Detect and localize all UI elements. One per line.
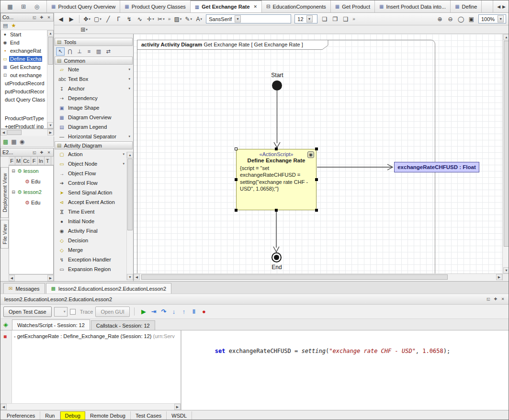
selection-handle[interactable] bbox=[235, 148, 238, 150]
bottom-tab[interactable]: ✉ Messages bbox=[3, 283, 45, 294]
script-editor[interactable]: set exchangeRateCHFUSD = setting("exchan… bbox=[182, 330, 509, 410]
zoom-out-icon[interactable]: ⊖ bbox=[445, 14, 455, 24]
test-case-select[interactable]: ▾ bbox=[54, 307, 68, 317]
step-into-icon[interactable]: ↓ bbox=[169, 307, 179, 317]
status-tab[interactable]: Preferences bbox=[2, 411, 40, 420]
palette-item[interactable]: — Horizontal Separator ▾ bbox=[54, 132, 133, 141]
containment-panel-header[interactable]: Co... ◱✚✕ bbox=[0, 13, 54, 22]
run-to-cursor-icon[interactable]: ⇥ bbox=[149, 307, 158, 317]
scroll-left-icon[interactable]: ◀ bbox=[9, 275, 15, 281]
scrollbar-thumb[interactable] bbox=[141, 274, 448, 280]
containment-tree-item[interactable]: ▭ Define Excha bbox=[1, 55, 53, 63]
scroll-tabs-left-icon[interactable]: ◀ bbox=[497, 4, 500, 9]
status-tab[interactable]: Run bbox=[40, 411, 60, 420]
e2e-tree-item[interactable]: ⊟ ⚙ lesson bbox=[9, 166, 53, 176]
layout-tool-icon[interactable]: ⊥ bbox=[75, 47, 84, 56]
status-tab[interactable]: Debug bbox=[60, 411, 85, 420]
selection-handle[interactable] bbox=[275, 148, 278, 150]
palette-item[interactable]: ▣ Image Shape bbox=[54, 103, 133, 113]
zoom-reset-icon[interactable]: ◯ bbox=[456, 14, 466, 24]
document-tab[interactable]: ▦ Define bbox=[451, 0, 482, 12]
scroll-up-icon[interactable]: ▲ bbox=[127, 152, 133, 158]
bottom-tab[interactable]: ▩ lesson2.EducationLesson2.EducationLess… bbox=[46, 283, 172, 294]
palette-item[interactable]: ➤ Send Signal Action bbox=[54, 188, 133, 197]
align-tool-icon[interactable]: ≡ bbox=[85, 47, 93, 56]
containment-tree[interactable]: ● Start ◉ End ▪ exchangeRat ▭ bbox=[0, 30, 54, 129]
palette-item[interactable]: ⋈ Time Event bbox=[54, 207, 133, 216]
debugger-tab[interactable]: Callstack - Session: 12 bbox=[91, 320, 155, 330]
kill-session-icon[interactable]: ● bbox=[199, 307, 209, 317]
scroll-right-icon[interactable]: ▶ bbox=[496, 274, 502, 280]
curved-path-icon[interactable]: ∿ bbox=[135, 14, 145, 24]
palette-item[interactable]: abc Text Box ▾ bbox=[54, 74, 133, 84]
palette-item[interactable]: ▭ Expansion Region bbox=[54, 264, 133, 274]
watches-hscrollbar[interactable]: ◀ ▶ bbox=[0, 403, 181, 410]
diagram-layout-icon[interactable]: ⊞ ▾ bbox=[79, 26, 89, 34]
scrollbar-thumb[interactable] bbox=[7, 130, 22, 135]
script-code-line[interactable]: set exchangeRateCHFUSD = setting("exchan… bbox=[187, 334, 505, 354]
selection-handle[interactable] bbox=[315, 178, 318, 181]
palette-item[interactable]: ▱ Note ▾ bbox=[54, 65, 133, 74]
expander-icon[interactable]: ⊟ bbox=[11, 169, 16, 173]
forward-icon[interactable]: ▶ bbox=[67, 14, 77, 24]
float-panel-icon[interactable]: ◱ bbox=[32, 14, 37, 20]
tree-options-icon[interactable]: ▤ bbox=[3, 23, 8, 29]
palette-header-activity-diagram[interactable]: ▤ Activity Diagram bbox=[55, 141, 133, 149]
scroll-right-icon[interactable]: ▶ bbox=[47, 129, 54, 136]
scroll-up-icon[interactable]: ▲ bbox=[47, 30, 54, 36]
window-layout-icon[interactable]: ▦ bbox=[5, 2, 15, 11]
scroll-left-icon[interactable]: ◀ bbox=[134, 274, 140, 280]
dropdown-arrow-icon[interactable]: ▾ bbox=[128, 87, 130, 91]
e2e-view-tab[interactable]: Cc bbox=[22, 157, 31, 165]
scrollbar-thumb[interactable] bbox=[504, 41, 509, 247]
e2e-view-tab[interactable]: F bbox=[31, 157, 38, 165]
e2e-view-tab[interactable]: F bbox=[9, 157, 15, 165]
tab-deployment-view[interactable]: Deployment View bbox=[0, 167, 9, 218]
containment-scrollbar[interactable]: ▲ ▼ bbox=[47, 30, 53, 128]
document-tab[interactable]: ⊟ EducationComponents bbox=[262, 0, 331, 12]
visibility-icon[interactable]: ◉ bbox=[20, 138, 24, 145]
zoom-selection-icon[interactable]: ▣ bbox=[466, 14, 476, 24]
diagram-canvas[interactable]: activity Activity Diagram Get Exchange R… bbox=[134, 34, 502, 273]
dropdown-arrow-icon[interactable]: ▾ bbox=[306, 15, 313, 23]
scrollbar-thumb[interactable] bbox=[48, 37, 53, 65]
trace-links-icon[interactable]: ⇄ bbox=[104, 47, 113, 56]
dropdown-arrow-icon[interactable]: ▾ bbox=[128, 68, 130, 71]
debugger-panel-header[interactable]: lesson2.EducationLesson2.EducationLesson… bbox=[0, 294, 509, 305]
palette-header-tools[interactable]: ▤ Tools bbox=[55, 38, 133, 46]
activity-final-node[interactable] bbox=[271, 252, 282, 262]
open-test-case-button[interactable]: Open Test Case bbox=[3, 306, 52, 317]
document-tab[interactable]: ▦ Insert Product Data into... bbox=[375, 0, 451, 12]
close-panel-icon[interactable]: ✕ bbox=[500, 296, 506, 302]
palette-item[interactable]: ▭ Object Node ▾ bbox=[54, 159, 133, 169]
palette-item[interactable]: ➔ Control Flow bbox=[54, 178, 133, 188]
palette-item[interactable]: ▦ Diagram Overview bbox=[54, 113, 133, 122]
containment-tree-item[interactable]: ▦ Get Exchang bbox=[1, 63, 53, 71]
selection-handle[interactable] bbox=[235, 209, 238, 212]
pin-panel-icon[interactable]: ✚ bbox=[39, 14, 45, 20]
trace-checkbox[interactable] bbox=[70, 309, 76, 315]
scroll-right-icon[interactable]: ▶ bbox=[47, 275, 54, 281]
document-tab[interactable]: ▦ Get Product bbox=[331, 0, 375, 12]
containment-tree-item[interactable]: ◉ End bbox=[1, 38, 53, 46]
containment-tree-item[interactable]: ▪ exchangeRat bbox=[1, 46, 53, 55]
scroll-down-icon[interactable]: ▼ bbox=[47, 122, 54, 128]
containment-tree-item[interactable]: ⊡ out exchange bbox=[1, 71, 53, 79]
e2e-view-tab[interactable]: T bbox=[45, 157, 51, 165]
scroll-right-icon[interactable]: ▶ bbox=[174, 404, 181, 410]
paste-reference-icon[interactable]: ❐ bbox=[330, 14, 340, 24]
font-size-select[interactable]: 12 ▾ bbox=[294, 14, 317, 23]
scroll-tabs-right-icon[interactable]: ▶ bbox=[502, 4, 506, 9]
select-tool-icon[interactable]: ↖ bbox=[56, 47, 65, 56]
document-tab[interactable]: ▦ Product Query Classes bbox=[120, 0, 191, 12]
status-tab[interactable]: Test Cases bbox=[131, 411, 167, 420]
palette-item[interactable]: ▢ Action ▾ bbox=[54, 149, 133, 159]
zoom-level-select[interactable]: 100% ▾ bbox=[478, 14, 506, 23]
e2e-browser-icon[interactable]: ▩ bbox=[3, 138, 8, 145]
scrollbar-thumb[interactable] bbox=[127, 159, 133, 230]
selection-handle[interactable] bbox=[235, 178, 238, 181]
back-icon[interactable]: ◀ bbox=[56, 14, 66, 24]
cut-icon[interactable]: ✂▾ bbox=[156, 14, 166, 24]
watch-list[interactable]: - getExchangeRate : Define_Exchange_Rate… bbox=[12, 330, 181, 403]
float-panel-icon[interactable]: ◱ bbox=[486, 296, 491, 302]
